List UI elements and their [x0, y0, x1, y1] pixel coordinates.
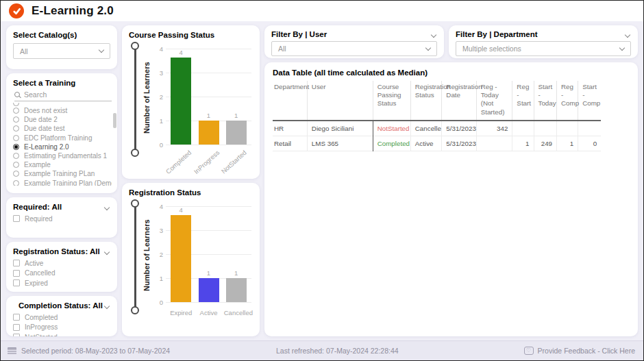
right-column: Filter By | User All Filter By | Departm… [264, 25, 638, 336]
slider-bottom-handle[interactable] [131, 149, 139, 157]
radio-icon [13, 144, 19, 150]
training-option[interactable]: Example Training Plan (Demo C ... [13, 179, 112, 186]
bar-completed[interactable] [171, 58, 191, 145]
feedback-text: Provide Feedback - Click Here [538, 347, 635, 355]
chevron-down-icon [99, 47, 104, 53]
table-column-header[interactable]: Reg - Comp [557, 81, 578, 121]
table-cell [534, 121, 557, 136]
table-column-header[interactable]: Department [273, 81, 307, 121]
training-slicer-title: Select a Training [13, 79, 112, 87]
table-cell: 5/31/2023 [442, 121, 476, 136]
feedback-link[interactable]: ♡ Provide Feedback - Click Here [524, 341, 635, 360]
bar-column: 1 [224, 206, 249, 302]
checkbox-option[interactable]: InProgress [13, 323, 110, 333]
bar-value-label: 1 [207, 269, 210, 277]
checkbox-option[interactable]: Cancelled [13, 269, 110, 279]
table-column-header[interactable]: Registration Date [442, 81, 476, 121]
radio-icon [13, 116, 19, 123]
training-option-label: Example [24, 161, 51, 169]
data-table-card: Data Table (all time calculated as Media… [264, 62, 638, 336]
checkbox-option[interactable]: Active [13, 258, 110, 269]
bar-chart-plot: 01234411CompletedInProgressNotStarted [152, 40, 253, 173]
checkbox-option[interactable]: Expired [13, 278, 110, 288]
checkbox-label: Required [25, 215, 53, 223]
status-bar: Selected period: 08-May-2023 to 07-May-2… [1, 340, 643, 360]
table-column-header[interactable]: Course Passing Status [373, 81, 410, 121]
y-axis-tick: 3 [153, 227, 163, 234]
table-row[interactable]: RetailLMS 365CompletedActive5/31/2023124… [273, 136, 601, 151]
required-slicer-title: Required: All [13, 203, 110, 211]
department-filter-select[interactable]: Multiple selections [456, 41, 631, 56]
slider-bottom-handle[interactable] [131, 306, 139, 314]
chevron-down-icon [425, 45, 431, 50]
bar-expired[interactable] [171, 215, 191, 302]
catalog-select[interactable]: All [13, 43, 110, 59]
bar-notstarted[interactable] [226, 121, 247, 145]
bar-inprogress[interactable] [199, 121, 219, 145]
bar-active[interactable] [199, 278, 219, 302]
dashboard-root: E-Learning 2.0 Select Catalog(s) All Sel… [0, 0, 644, 361]
y-axis-label: Number of Learners [141, 198, 152, 313]
training-option[interactable]: Due date 2 [13, 115, 112, 124]
training-option-label: Does not exist [24, 107, 67, 114]
user-filter-value: All [278, 45, 286, 53]
checkbox-icon [13, 324, 20, 331]
training-option[interactable]: E-Learning 2.0 [13, 142, 112, 151]
checkbox-label: NotStarted [25, 334, 58, 336]
table-column-header[interactable]: Reg - Today (Not Started) [476, 81, 512, 121]
table-column-header[interactable]: Start - Comp [578, 81, 602, 121]
training-option-label: Due date test [24, 125, 64, 132]
training-search-input[interactable] [24, 90, 112, 99]
bar-column: 1 [224, 49, 249, 145]
training-option[interactable]: Example [13, 160, 112, 169]
bar-cancelled[interactable] [226, 278, 247, 302]
checkbox-icon [13, 314, 20, 321]
training-option[interactable]: EDC Platform Training [13, 134, 112, 142]
x-axis-label-text: Expired [170, 309, 192, 316]
checkbox-option[interactable]: Required [13, 214, 110, 224]
checkbox-option[interactable]: NotStarted [13, 332, 110, 336]
x-axis-label-text: NotStarted [220, 149, 248, 175]
training-option[interactable]: Does not exist [13, 106, 112, 115]
training-option[interactable]: Due date test [13, 124, 112, 133]
x-axis-label: Active [197, 303, 221, 314]
training-option-label: Example Training PLan [24, 170, 95, 177]
bar-column: 1 [197, 49, 221, 145]
bars-area: 411 [166, 49, 251, 145]
checkbox-option[interactable]: Completed [13, 312, 110, 323]
training-option-list: Does not existDue date 2Due date testEDC… [13, 103, 112, 186]
table-column-header[interactable]: User [307, 81, 373, 121]
slider-track [134, 49, 136, 149]
catalog-slicer-card: Select Catalog(s) All [6, 25, 117, 69]
y-axis-tick: 3 [153, 69, 163, 77]
slider-track [134, 207, 136, 307]
x-axis-label-text: Completed [164, 149, 193, 175]
bar-value-label: 4 [179, 206, 183, 214]
y-axis-label: Number of Learners [141, 40, 152, 155]
radio-icon [13, 108, 19, 114]
training-list-scrollbar[interactable] [113, 113, 116, 128]
course-passing-chart-card: Course Passing Status Number of Learners… [122, 25, 260, 179]
data-table: DepartmentUserCourse Passing StatusRegis… [273, 81, 601, 151]
x-axis-label: Cancelled [224, 303, 249, 314]
checkbox-icon [13, 270, 20, 277]
user-filter-select[interactable]: All [271, 41, 437, 56]
table-cell: 1 [557, 136, 578, 151]
completion-slicer-title: Completion Status: All [13, 301, 110, 310]
checkbox-label: InProgress [25, 323, 58, 331]
training-option[interactable]: Example Training PLan [13, 169, 112, 178]
table-row[interactable]: HRDiego SicilianiNotStartedCancelled5/31… [273, 121, 601, 136]
table-cell: Diego Siciliani [307, 121, 373, 136]
table-column-header[interactable]: Reg - Start [512, 81, 534, 121]
checkbox-label: Completed [25, 314, 58, 321]
table-column-header[interactable]: Registration Status [410, 81, 442, 121]
table-column-header[interactable]: Start - Today [534, 81, 557, 121]
bar-column: 1 [197, 206, 221, 302]
table-cell: HR [273, 121, 307, 136]
y-axis-range-slider [129, 199, 141, 314]
bars-area: 411 [166, 206, 251, 302]
training-option[interactable]: Estimating Fundamentals 1 [13, 151, 112, 160]
checkbox-label: Expired [25, 279, 48, 287]
x-axis-label: NotStarted [224, 145, 249, 175]
table-cell: Active [410, 136, 442, 151]
